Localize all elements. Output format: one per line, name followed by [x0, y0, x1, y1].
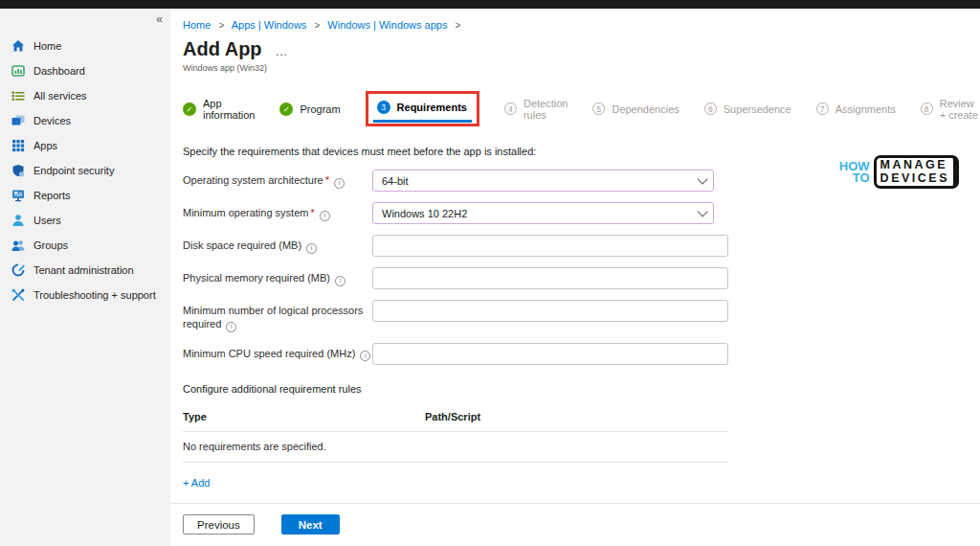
step-dependencies[interactable]: 5 Dependencies: [592, 102, 679, 115]
logical-processors-input[interactable]: [372, 300, 728, 322]
os-architecture-select[interactable]: 64-bit: [372, 170, 714, 192]
troubleshooting-icon: [11, 288, 25, 302]
sidebar-item-dashboard[interactable]: Dashboard: [0, 58, 170, 83]
chevron-down-icon: [697, 206, 707, 216]
step-number-icon: 5: [592, 102, 605, 115]
step-app-information[interactable]: ✓ App information: [183, 98, 255, 121]
logo-manage-devices-box: MANAGE DEVICES: [874, 155, 959, 189]
step-supersedence[interactable]: 6 Supersedence: [704, 102, 791, 115]
step-program[interactable]: ✓ Program: [279, 102, 340, 116]
sidebar-item-troubleshooting-support[interactable]: Troubleshooting + support: [0, 283, 170, 307]
select-value: 64-bit: [382, 175, 409, 187]
sidebar-item-all-services[interactable]: All services: [0, 83, 170, 108]
sidebar-item-label: Devices: [33, 115, 71, 126]
user-icon: [11, 214, 25, 227]
previous-button[interactable]: Previous: [183, 514, 255, 535]
sidebar-item-home[interactable]: Home: [0, 34, 170, 58]
breadcrumb: Home > Apps | Windows > Windows | Window…: [183, 19, 980, 31]
step-label: Requirements: [397, 102, 467, 113]
info-icon[interactable]: i: [306, 243, 317, 254]
step-assignments[interactable]: 7 Assignments: [816, 102, 896, 115]
info-icon[interactable]: i: [334, 178, 345, 189]
step-number-icon: 4: [504, 102, 517, 115]
sidebar-item-devices[interactable]: Devices: [0, 108, 170, 133]
sidebar-item-tenant-administration[interactable]: Tenant administration: [0, 258, 170, 283]
app-layout: « Home Dashboard All services: [0, 9, 980, 546]
shield-icon: [11, 164, 25, 177]
sidebar-item-label: Dashboard: [33, 65, 85, 77]
chevron-down-icon: [697, 173, 707, 184]
all-services-icon: [11, 89, 25, 102]
field-row-physical-memory: Physical memory required (MB)i: [183, 267, 980, 289]
sidebar-item-label: Groups: [33, 239, 68, 251]
field-row-disk-space: Disk space required (MB)i: [183, 235, 980, 257]
howtomanagedevices-logo: HOW TO MANAGE DEVICES: [839, 155, 959, 189]
field-row-logical-processors: Minimum number of logical processors req…: [183, 300, 980, 332]
top-bar: [0, 0, 980, 9]
step-review-create[interactable]: 8 Review + create: [921, 98, 980, 121]
info-icon[interactable]: i: [360, 351, 370, 361]
table-empty-row: No requirements are specified.: [183, 432, 728, 463]
breadcrumb-link-windows-apps[interactable]: Windows | Windows apps: [327, 19, 447, 31]
logo-how-to-text: HOW TO: [839, 161, 870, 184]
info-icon[interactable]: i: [335, 276, 345, 286]
sidebar-item-label: All services: [33, 90, 87, 102]
step-label: Supersedence: [724, 103, 791, 115]
logo-word-devices: DEVICES: [880, 172, 949, 186]
field-label-text: Minimum operating system: [183, 207, 308, 218]
active-tab-underline: [373, 120, 472, 123]
field-label: Minimum CPU speed required (MHz)i: [183, 343, 372, 362]
table-header-type: Type: [183, 411, 425, 422]
sidebar-item-apps[interactable]: Apps: [0, 133, 170, 158]
sidebar-item-reports[interactable]: Reports: [0, 183, 170, 208]
step-number-icon: 6: [704, 102, 717, 115]
page-subtitle: Windows app (Win32): [183, 63, 980, 73]
dashboard-icon: [11, 64, 25, 78]
sidebar: « Home Dashboard All services: [0, 9, 170, 546]
logo-word-to: TO: [839, 172, 870, 184]
step-label: Program: [300, 103, 340, 115]
required-marker: *: [310, 207, 314, 218]
step-number-icon: 8: [921, 102, 933, 115]
main-content: Home > Apps | Windows > Windows | Window…: [170, 9, 980, 546]
sidebar-collapse-button[interactable]: «: [156, 12, 163, 26]
sidebar-item-label: Endpoint security: [33, 165, 114, 176]
field-label: Disk space required (MB)i: [183, 235, 372, 254]
step-label: Review + create: [940, 98, 980, 121]
info-icon[interactable]: i: [226, 322, 236, 332]
step-number-icon: 3: [377, 101, 390, 114]
field-label-text: Minimum number of logical processors req…: [183, 305, 363, 330]
sidebar-item-users[interactable]: Users: [0, 208, 170, 233]
logo-word-manage: MANAGE: [880, 159, 949, 172]
physical-memory-input[interactable]: [372, 267, 728, 289]
step-detection-rules[interactable]: 4 Detection rules: [504, 98, 568, 121]
field-label-text: Disk space required (MB): [183, 239, 301, 251]
step-label: App information: [203, 98, 255, 121]
tenant-administration-icon: [11, 263, 25, 277]
apps-icon: [11, 139, 25, 152]
step-number-icon: 7: [816, 102, 829, 115]
next-button[interactable]: Next: [281, 514, 340, 535]
info-icon[interactable]: i: [320, 211, 330, 221]
sidebar-item-label: Apps: [33, 140, 57, 151]
step-label: Dependencies: [612, 103, 679, 115]
add-requirement-link[interactable]: + Add: [183, 477, 210, 489]
context-menu-ellipsis-icon[interactable]: …: [276, 44, 289, 58]
table-header-row: Type Path/Script: [183, 411, 728, 432]
disk-space-input[interactable]: [372, 235, 728, 257]
breadcrumb-link-home[interactable]: Home: [183, 19, 211, 31]
minimum-os-select[interactable]: Windows 10 22H2: [372, 202, 714, 224]
cpu-speed-input[interactable]: [372, 343, 728, 365]
required-marker: *: [325, 174, 329, 186]
sidebar-item-groups[interactable]: Groups: [0, 233, 170, 258]
collapse-chevron-icon: «: [156, 12, 163, 26]
requirements-form: Operating system architecture*i 64-bit M…: [183, 170, 980, 365]
breadcrumb-link-apps-windows[interactable]: Apps | Windows: [232, 19, 307, 31]
sidebar-item-label: Home: [33, 40, 61, 52]
table-header-path-script: Path/Script: [425, 411, 480, 422]
field-label: Minimum operating system*i: [183, 202, 372, 221]
sidebar-nav: Home Dashboard All services Devices: [0, 9, 170, 307]
sidebar-item-endpoint-security[interactable]: Endpoint security: [0, 158, 170, 183]
sidebar-item-label: Users: [33, 215, 61, 226]
step-requirements-highlight-box[interactable]: 3 Requirements: [366, 91, 479, 126]
